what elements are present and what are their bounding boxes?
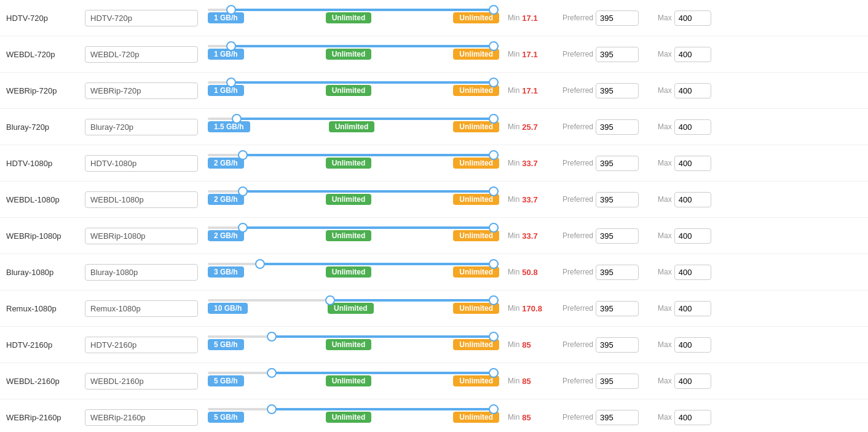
slider-min-thumb[interactable] [238,223,248,233]
slider-max-thumb[interactable] [489,41,499,51]
preferred-input[interactable] [596,228,639,244]
min-value: 33.7 [522,195,537,204]
min-value: 85 [522,377,531,386]
preferred-input[interactable] [596,119,639,135]
slider-track [208,335,499,338]
min-label: Min [508,231,519,240]
quality-name-input[interactable] [85,264,198,281]
max-input[interactable] [674,265,711,280]
slider-col: 5 GB/h Unlimited Unlimited [203,366,504,396]
quality-name-input[interactable] [85,155,198,172]
quality-name: WEBRip-2160p [0,413,80,422]
quality-name: Bluray-720p [0,122,80,132]
slider-track [208,408,499,410]
slider-track [208,299,499,302]
quality-name-input[interactable] [85,228,198,244]
min-col: Min 33.7 [504,159,562,168]
slider-max-thumb[interactable] [489,295,499,305]
slider-max-thumb[interactable] [489,223,499,233]
max-input[interactable] [674,301,711,316]
quality-name-input[interactable] [85,10,198,26]
preferred-col: Preferred [562,10,658,26]
slider-col: 5 GB/h Unlimited Unlimited [203,329,504,360]
preferred-col: Preferred [562,228,658,244]
quality-name: WEBRip-1080p [0,231,80,241]
slider-min-thumb[interactable] [238,150,248,160]
table-row: WEBRip-2160p 5 GB/h Unlimited Unlimited … [0,399,868,432]
min-label: Min [508,195,519,204]
slider-max-thumb[interactable] [489,186,499,196]
preferred-input[interactable] [596,301,639,316]
slider-min-thumb[interactable] [238,186,248,196]
unlimited-mid-badge: Unlimited [326,49,372,60]
table-row: HDTV-2160p 5 GB/h Unlimited Unlimited Mi… [0,327,868,363]
max-label: Max [658,50,672,58]
preferred-input[interactable] [596,410,639,425]
slider-min-thumb[interactable] [267,368,277,378]
quality-name-input[interactable] [85,119,198,135]
max-input[interactable] [674,192,711,207]
max-input[interactable] [674,228,711,244]
slider-max-thumb[interactable] [489,78,499,87]
min-badge: 2 GB/h [208,230,244,241]
slider-container: 1 GB/h Unlimited Unlimited [208,9,499,33]
max-input[interactable] [674,47,711,62]
slider-max-thumb[interactable] [489,404,499,414]
max-input[interactable] [674,83,711,98]
slider-labels: 5 GB/h Unlimited Unlimited [208,412,499,423]
quality-name-input[interactable] [85,337,198,353]
slider-max-thumb[interactable] [489,114,499,124]
slider-min-thumb[interactable] [226,78,236,87]
max-input[interactable] [674,374,711,389]
quality-name-input[interactable] [85,300,198,317]
slider-fill [243,154,494,156]
preferred-col: Preferred [562,156,658,171]
max-input[interactable] [674,410,711,425]
slider-col: 1.5 GB/h Unlimited Unlimited [203,111,504,142]
slider-min-thumb[interactable] [226,41,236,51]
slider-max-thumb[interactable] [489,332,499,342]
max-input[interactable] [674,337,711,353]
min-col: Min 85 [504,413,562,422]
slider-col: 5 GB/h Unlimited Unlimited [203,402,504,432]
quality-name-input[interactable] [85,373,198,390]
quality-name-input[interactable] [85,82,198,99]
preferred-input[interactable] [596,192,639,207]
slider-min-thumb[interactable] [267,332,277,342]
quality-name-input[interactable] [85,191,198,208]
preferred-input[interactable] [596,156,639,171]
slider-min-thumb[interactable] [267,404,277,414]
max-input[interactable] [674,119,711,135]
preferred-input[interactable] [596,83,639,98]
min-col: Min 50.8 [504,268,562,277]
slider-min-thumb[interactable] [226,5,236,15]
preferred-input[interactable] [596,265,639,280]
quality-input-col [80,264,203,281]
slider-max-thumb[interactable] [489,5,499,15]
slider-min-thumb[interactable] [232,114,242,124]
slider-min-thumb[interactable] [255,259,265,269]
slider-track [208,226,499,229]
max-input[interactable] [674,156,711,171]
slider-labels: 5 GB/h Unlimited Unlimited [208,339,499,350]
slider-min-thumb[interactable] [325,295,335,305]
preferred-input[interactable] [596,10,639,26]
max-input[interactable] [674,10,711,26]
slider-max-thumb[interactable] [489,259,499,269]
quality-input-col [80,228,203,244]
slider-max-thumb[interactable] [489,150,499,160]
preferred-input[interactable] [596,337,639,353]
preferred-input[interactable] [596,374,639,389]
slider-fill [231,45,494,47]
slider-max-thumb[interactable] [489,368,499,378]
quality-name-input[interactable] [85,409,198,426]
slider-col: 1 GB/h Unlimited Unlimited [203,75,504,106]
table-row: WEBRip-1080p 2 GB/h Unlimited Unlimited … [0,218,868,254]
preferred-label: Preferred [562,268,593,276]
slider-container: 5 GB/h Unlimited Unlimited [208,408,499,432]
max-col: Max [658,10,725,26]
quality-name-input[interactable] [85,46,198,63]
preferred-input[interactable] [596,47,639,62]
min-label: Min [508,268,519,276]
table-row: Remux-1080p 10 GB/h Unlimited Unlimited … [0,290,868,327]
